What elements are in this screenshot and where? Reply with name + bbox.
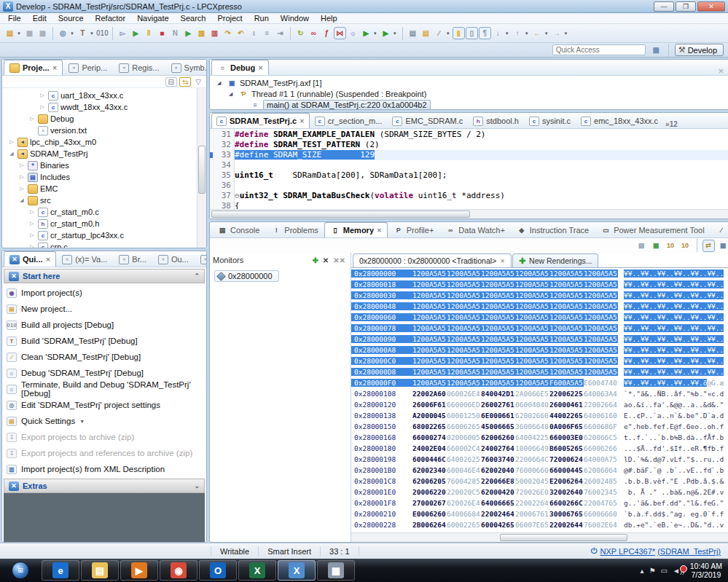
expand-arrow-icon[interactable]: ▷ [28, 209, 36, 215]
menu-window[interactable]: Window [275, 13, 314, 23]
dropdown-arrow-icon[interactable]: ▼ [373, 31, 377, 36]
add-monitor-icon[interactable]: ✚ [310, 256, 320, 264]
expand-section-icon[interactable]: ⌄ [194, 482, 200, 489]
memory-value[interactable]: 2200664C [515, 455, 549, 463]
memory-value[interactable]: 02006005 [447, 433, 481, 441]
memory-value[interactable]: 64006665 [481, 499, 515, 507]
memory-value[interactable]: 6000446C [412, 455, 447, 463]
editor-tab-4[interactable]: csysinit.c [524, 113, 576, 128]
memory-value[interactable]: 1200A5A5 [481, 270, 515, 278]
memory-value[interactable]: 1200A5A5 [447, 270, 481, 278]
outlook[interactable]: O [199, 560, 237, 581]
debug-tree-item[interactable]: ◢▣SDRAM_TestPrj.axf [1] [214, 77, 728, 88]
split-rendering-icon[interactable]: ⇄ [702, 240, 715, 252]
mark-occurrences-icon[interactable]: ▮ [453, 27, 465, 39]
memory-value[interactable]: 62006064 [584, 466, 618, 474]
build-icon[interactable]: T [77, 27, 89, 39]
quickstart-item[interactable]: ▤Quick Settings▼ [7, 414, 205, 428]
tree-item[interactable]: ▷ccr_startup_lpc43xx.c [2, 229, 206, 241]
editor-overflow-chevron[interactable]: »12 [663, 120, 680, 128]
memory-value[interactable]: 22002A60 [412, 390, 447, 398]
tree-item[interactable]: ▷EMC [2, 183, 206, 194]
memory-row[interactable]: 0x2800018024002E04660002C424002764100066… [351, 443, 728, 454]
memory-monitor-item[interactable]: 0x28000000 [214, 270, 279, 282]
menu-search[interactable]: Search [176, 13, 211, 23]
bottom-tab-6[interactable]: ▭Power Measurement Tool [595, 222, 711, 237]
annotate-icon[interactable]: ∕ [433, 27, 445, 39]
memory-value[interactable]: E6004740 [584, 379, 618, 387]
memory-value[interactable]: 76002E64 [584, 521, 618, 529]
bottom-tab-0[interactable]: ▤Console [211, 222, 265, 237]
memory-row[interactable]: 0x280001B062002340600046E462002040760006… [351, 465, 728, 476]
quickstart-item[interactable]: ☼Terminate, Build and Debug 'SDRAM_TestP… [7, 382, 205, 396]
resume-icon[interactable]: ▶ [130, 27, 142, 39]
explorer-tab-3[interactable]: ▫Symb... [165, 60, 207, 75]
memory-value[interactable]: 1200A5A5 [515, 280, 549, 288]
memory-row[interactable]: 0x280000901200A5A51200A5A51200A5A51200A5… [351, 334, 728, 345]
hex-export-icon[interactable]: 10 [679, 240, 692, 252]
memory-value[interactable]: 1200A5A5 [481, 313, 515, 321]
memory-value[interactable]: 1200A5A5 [549, 302, 584, 310]
memory-value[interactable]: 26002485 [584, 477, 618, 485]
memory-value[interactable]: 1200A5A5 [412, 357, 447, 365]
close-button[interactable]: ✕ [697, 1, 725, 12]
remove-monitor-icon[interactable]: ✕ [321, 256, 331, 264]
dropdown-arrow-icon[interactable]: ▼ [70, 31, 74, 36]
memory-value[interactable]: 62006205 [412, 477, 447, 485]
memory-value[interactable]: 620026E4 [447, 499, 481, 507]
menu-refactor[interactable]: Refactor [90, 13, 131, 23]
run-file-icon[interactable]: ▶ [182, 27, 195, 39]
memory-value[interactable]: 1200A5A5 [481, 357, 515, 365]
chrome[interactable]: ◉ [160, 560, 197, 581]
step-filters-icon[interactable]: ▥ [195, 27, 208, 39]
memory-value[interactable]: 660003E0 [549, 433, 584, 441]
memory-row[interactable]: 0x28000210E00062606400668422002464200067… [351, 508, 728, 519]
memory-value[interactable]: 06007E65 [515, 521, 549, 529]
quickstart-tab-4[interactable]: ▫Ex... [195, 251, 207, 267]
new-memory-tab-icon[interactable]: ▤ [635, 240, 648, 252]
quickstart-item[interactable]: ▤New project... [7, 302, 205, 315]
forward-history-icon[interactable]: → [551, 27, 563, 39]
project-link[interactable]: (SDRAM_TestPrj) [657, 547, 721, 556]
expand-arrow-icon[interactable]: ▷ [28, 232, 36, 238]
dropdown-arrow-icon[interactable]: ▼ [446, 31, 450, 36]
memory-value[interactable]: 1200A5A5 [549, 291, 584, 299]
memory-value[interactable]: 22002664 [584, 401, 618, 409]
open-resource-icon[interactable]: ▤ [420, 27, 432, 39]
quickstart-item[interactable]: ◎Edit 'SDRAM_TestPrj' project settings [7, 398, 205, 412]
memory-value[interactable]: 0A006F65 [549, 422, 584, 430]
quickstart-tab-0[interactable]: ✕Qui...✕ [4, 251, 56, 267]
memory-value[interactable]: 22002644 [549, 521, 584, 529]
quickstart-tab-1[interactable]: ▫(x)= Va... [56, 251, 113, 267]
debug-tab-0[interactable]: ☼Debug✕ [211, 60, 269, 75]
new-wizard-icon[interactable]: ▤ [4, 27, 16, 39]
memory-row[interactable]: 0x280001986000446C6400262576003740220066… [351, 454, 728, 465]
editor-tab-5[interactable]: cemc_18xx_43xx.c [576, 113, 663, 128]
memory-value[interactable]: 44002265 [549, 412, 584, 420]
memory-value[interactable]: 6E000661 [481, 412, 515, 420]
memory-value[interactable]: 1200A5A5 [584, 280, 618, 288]
memory-value[interactable]: 76002345 [584, 488, 618, 496]
memory-value[interactable]: 1200A5A5 [515, 379, 549, 387]
memory-value[interactable]: 66006265 [447, 422, 481, 430]
dropdown-arrow-icon[interactable]: ▼ [505, 31, 509, 36]
memory-value[interactable]: E0006260 [412, 510, 447, 518]
expand-arrow-icon[interactable]: ▷ [18, 174, 26, 180]
memory-value[interactable]: 1200A5A5 [412, 368, 447, 376]
close-icon[interactable]: ✕ [300, 118, 305, 125]
close-icon[interactable]: ✕ [46, 256, 51, 263]
memory-value[interactable]: 1200A5A5 [515, 335, 549, 343]
debug-tree-item[interactable]: ◢ƤThread #1 1 (runnable) (Suspended : Br… [214, 88, 728, 99]
memory-value[interactable]: 6600686F [584, 422, 618, 430]
bottom-tab-2[interactable]: ▯Memory✕ [324, 222, 388, 237]
memory-value[interactable]: 22006225 [549, 390, 584, 398]
profile-app-icon[interactable]: ▶ [380, 27, 392, 39]
memory-value[interactable]: 66006266 [584, 444, 618, 452]
memory-value[interactable]: 20006220 [412, 488, 447, 496]
memory-value[interactable]: 64006684 [447, 510, 481, 518]
tree-item[interactable]: ▷cuart_18xx_43xx.c [2, 90, 206, 101]
memory-row[interactable]: 0x280000601200A5A51200A5A51200A5A51200A5… [351, 312, 728, 323]
memory-row[interactable]: 0x28000168660002740200600562006260640042… [351, 432, 728, 443]
memory-value[interactable]: 45006665 [481, 422, 515, 430]
memory-row[interactable]: 0x2800012026006F61660006ED26002761060040… [351, 399, 728, 410]
